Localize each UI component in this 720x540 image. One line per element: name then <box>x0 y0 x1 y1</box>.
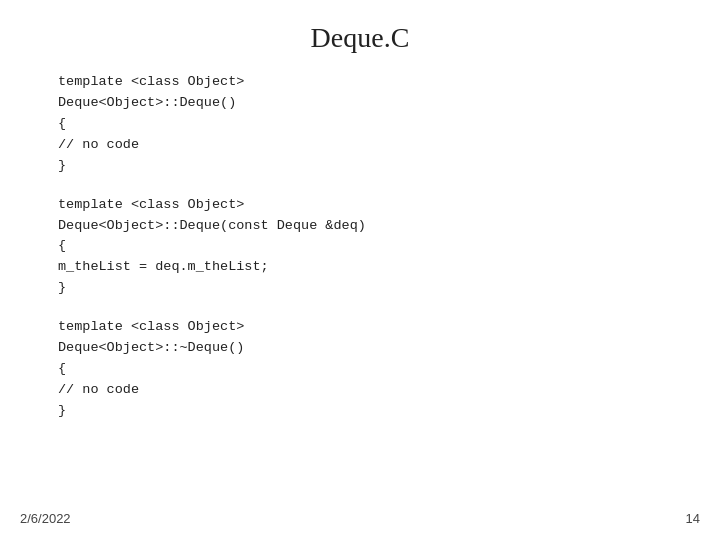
code-line: // no code <box>58 380 680 401</box>
code-line: } <box>58 156 680 177</box>
code-line: { <box>58 359 680 380</box>
slide: Deque.C template <class Object> Deque<Ob… <box>0 0 720 540</box>
footer-page: 14 <box>686 511 700 526</box>
code-line: // no code <box>58 135 680 156</box>
code-line: m_theList = deq.m_theList; <box>58 257 680 278</box>
code-line: template <class Object> <box>58 72 680 93</box>
code-line: { <box>58 236 680 257</box>
code-block-3: template <class Object> Deque<Object>::~… <box>58 317 680 422</box>
code-line: Deque<Object>::Deque() <box>58 93 680 114</box>
code-line: } <box>58 278 680 299</box>
code-block-2: template <class Object> Deque<Object>::D… <box>58 195 680 300</box>
code-line: template <class Object> <box>58 317 680 338</box>
code-line: Deque<Object>::~Deque() <box>58 338 680 359</box>
code-line: } <box>58 401 680 422</box>
code-block-1: template <class Object> Deque<Object>::D… <box>58 72 680 177</box>
footer-date: 2/6/2022 <box>20 511 71 526</box>
code-line: Deque<Object>::Deque(const Deque &deq) <box>58 216 680 237</box>
slide-title: Deque.C <box>0 0 720 72</box>
code-line: { <box>58 114 680 135</box>
footer: 2/6/2022 14 <box>0 511 720 526</box>
code-line: template <class Object> <box>58 195 680 216</box>
code-area: template <class Object> Deque<Object>::D… <box>0 72 720 422</box>
